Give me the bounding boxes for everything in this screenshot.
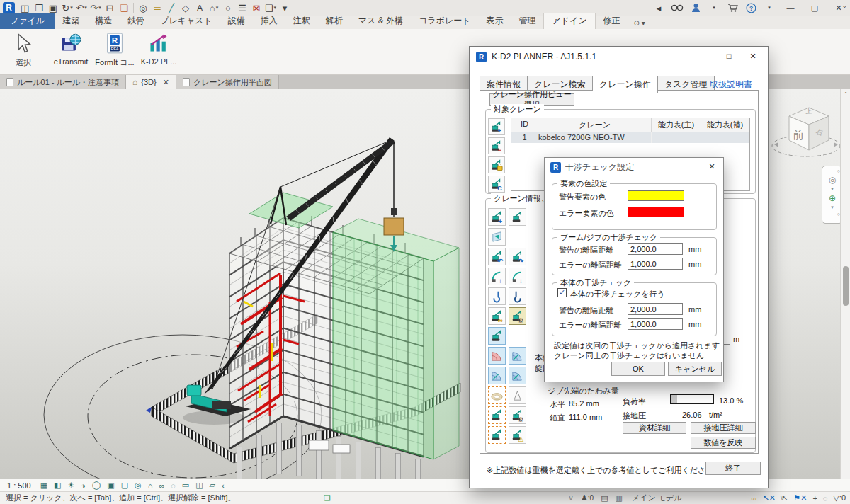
window-minimize-button[interactable]: —	[781, 1, 800, 15]
crop-view-icon[interactable]: ▣	[107, 481, 114, 490]
ribbon-tab-プレキャスト[interactable]: プレキャスト	[152, 13, 220, 29]
ribbon-tab-修正[interactable]: 修正	[596, 13, 628, 29]
model-line-icon[interactable]: ╱	[164, 1, 178, 15]
error-color-swatch[interactable]	[628, 207, 684, 217]
ghost-crane-icon-button[interactable]	[488, 406, 506, 424]
help-dropdown-icon[interactable]: ▾	[762, 1, 776, 15]
switch-windows-icon[interactable]: ❏▾	[264, 1, 278, 15]
zoom-icon[interactable]: ⊕	[829, 193, 836, 203]
ribbon-tab-構造[interactable]: 構造	[87, 13, 120, 29]
exit-button[interactable]: 終了	[706, 462, 761, 475]
mirror-crane-icon-button[interactable]	[488, 228, 506, 246]
filter-icon[interactable]: ▽:0	[833, 493, 846, 503]
view-tab[interactable]: クレーン操作用平面図	[176, 75, 279, 89]
detail-level-icon[interactable]: ▦	[40, 481, 47, 490]
crane-warning-icon-button[interactable]: ⚠	[509, 426, 526, 444]
unlocked-view-icon[interactable]: ⌂	[148, 481, 153, 490]
user-dropdown-icon[interactable]: ▾	[707, 1, 721, 15]
wheel-dropdown-icon[interactable]: ▾	[831, 186, 834, 192]
radius-view-icon-button[interactable]	[488, 367, 506, 384]
temporary-hide-icon[interactable]: ◌	[171, 481, 176, 490]
boom-raise-icon-button[interactable]: ↑	[488, 268, 506, 285]
ribbon-tab-建築[interactable]: 建築	[55, 13, 87, 29]
thin-lines-icon[interactable]: ☰	[235, 1, 249, 15]
planner-close-button[interactable]: ✕	[741, 47, 765, 65]
warning-color-swatch[interactable]	[628, 190, 684, 201]
constraints-icon[interactable]: ▱	[210, 481, 215, 490]
open-icon[interactable]: ❐	[32, 1, 46, 15]
body-error-distance-input[interactable]	[628, 318, 683, 330]
select-links-icon[interactable]: ∞	[752, 494, 757, 503]
ribbon-collapse-icon[interactable]: ⌄	[842, 2, 847, 9]
select-underlay-off-icon[interactable]: ↖✕	[763, 493, 776, 503]
safety-cone-icon-button[interactable]	[509, 386, 526, 404]
hook-lower-icon-button[interactable]	[509, 287, 526, 305]
planner-tab-クレーン操作[interactable]: クレーン操作	[593, 76, 658, 93]
ribbon-button-formit[interactable]: RRFAFormIt コ...	[93, 30, 137, 71]
ribbon-button-cursor[interactable]: 選択	[1, 30, 45, 71]
select-pinned-icon[interactable]: ↖	[781, 493, 788, 503]
shadows-icon[interactable]: ◑	[81, 481, 86, 490]
default-3d-view-icon[interactable]: ⌂▾	[207, 1, 221, 15]
ribbon-tab-表示[interactable]: 表示	[478, 13, 511, 29]
pressure-detail-button[interactable]: 接地圧詳細	[691, 422, 756, 434]
worksets-dropdown-icon[interactable]: ∨	[568, 493, 574, 503]
worksets-icon[interactable]: ❏	[324, 493, 331, 503]
scroll-up-icon[interactable]: ⌃	[841, 89, 850, 99]
customize-qat-icon[interactable]: ▾	[278, 1, 292, 15]
apply-values-button[interactable]: 数値を反映	[691, 437, 756, 449]
outrigger-base-icon-button[interactable]	[488, 386, 506, 404]
close-tab-icon[interactable]: ✕	[163, 78, 169, 87]
crane-table-row[interactable]: 1kobelco 7200G NEO-TW	[511, 132, 749, 143]
move-crane-icon-button[interactable]: +	[488, 208, 506, 226]
ok-button[interactable]: OK	[611, 362, 665, 376]
steering-wheel-icon[interactable]: ◎	[829, 175, 836, 185]
crop-off-icon[interactable]: ▢	[121, 481, 128, 490]
tag-icon[interactable]: ◇	[178, 1, 193, 15]
user-icon[interactable]	[688, 1, 703, 15]
undo-icon[interactable]: ↶▾	[74, 1, 89, 15]
cart-icon[interactable]	[725, 1, 740, 15]
boom-error-distance-input[interactable]	[628, 258, 683, 270]
radius-plan-icon-button[interactable]	[509, 367, 526, 384]
ribbon-tab-挿入[interactable]: 挿入	[253, 13, 285, 29]
ribbon-tab-管理[interactable]: 管理	[511, 13, 543, 29]
view-tab[interactable]: ⌂{3D}✕	[126, 75, 176, 89]
transfer-icon[interactable]: ❏	[117, 1, 131, 15]
lock-crane-button[interactable]	[488, 156, 505, 173]
window-restore-button[interactable]: ▢	[805, 1, 824, 15]
crane-settings-icon-button[interactable]: ⚙	[509, 406, 526, 424]
active-design-option[interactable]: メイン モデル	[632, 493, 682, 503]
ribbon-tab-注釈[interactable]: 注釈	[285, 13, 318, 29]
print-icon[interactable]: ⊟	[103, 1, 117, 15]
ribbon-tab-コラボレート[interactable]: コラボレート	[411, 13, 478, 29]
planner-minimize-button[interactable]: —	[693, 47, 717, 65]
zoom-dropdown-icon[interactable]: ▾	[831, 205, 834, 210]
ghost-crane2-icon-button[interactable]	[488, 426, 506, 444]
select-by-face-icon[interactable]: ⚑✕	[793, 493, 807, 503]
planner-maximize-button[interactable]: □	[717, 47, 741, 65]
sling-icon-button[interactable]: ∞	[488, 307, 506, 325]
boom-lower-icon-button[interactable]: ↓	[509, 268, 526, 285]
redo-icon[interactable]: ↷▾	[89, 1, 103, 15]
body-check-checkbox[interactable]: ✓	[557, 288, 567, 297]
reveal-hidden-icon[interactable]: ∞	[159, 481, 164, 490]
interference-close-button[interactable]: ✕	[701, 158, 723, 176]
sun-path-icon[interactable]: ☀	[67, 481, 74, 490]
reload-crane-button[interactable]: C	[488, 176, 505, 193]
crop-region-icon[interactable]: ◎	[135, 481, 142, 490]
cancel-button[interactable]: キャンセル	[668, 362, 722, 376]
worksharing-icon[interactable]: ◫	[196, 481, 203, 490]
ribbon-tab-解析[interactable]: 解析	[318, 13, 351, 29]
ribbon-tab-アドイン[interactable]: アドイン	[543, 13, 595, 29]
text-icon[interactable]: A	[193, 1, 207, 15]
collapse-icon[interactable]: ◂	[652, 1, 666, 15]
radius-check-icon-button[interactable]	[509, 347, 526, 365]
section-icon[interactable]: ○	[221, 1, 235, 15]
add-crane-button[interactable]: +	[488, 118, 505, 135]
rotate-right-icon-button[interactable]: ↷	[509, 248, 526, 265]
file-tabs-icon[interactable]: ◫	[18, 1, 32, 15]
isolate-icon[interactable]: ▭	[182, 481, 189, 490]
selection-options-icon[interactable]: ⊙ ▾	[634, 19, 645, 29]
crane-icon-button[interactable]	[509, 208, 526, 226]
